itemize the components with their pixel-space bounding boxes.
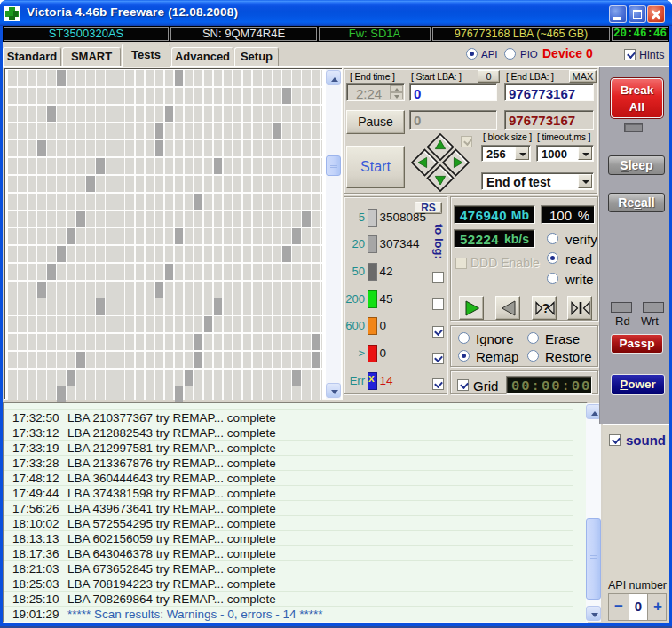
svg-text:?: ?	[542, 301, 550, 315]
